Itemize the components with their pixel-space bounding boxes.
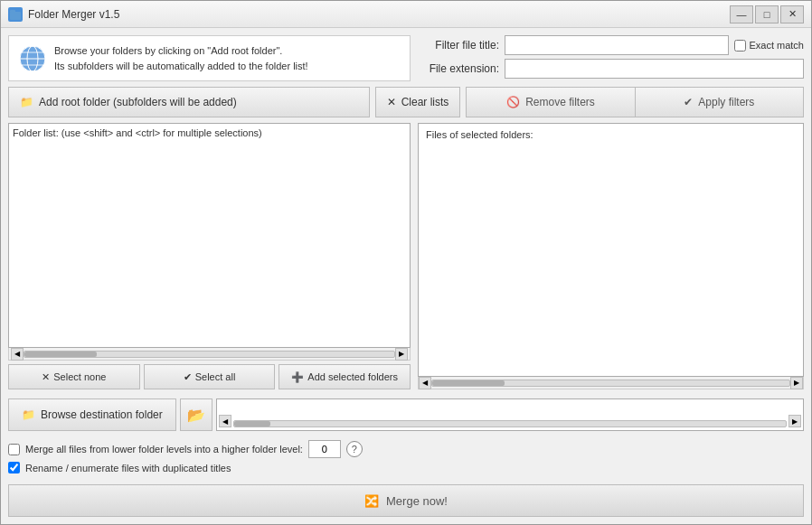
dest-scroll-left[interactable]: ◀: [219, 415, 231, 427]
add-root-button[interactable]: 📁 Add root folder (subfolders will be ad…: [8, 87, 370, 117]
close-button[interactable]: ✕: [780, 5, 804, 23]
add-selected-label: Add selected folders: [307, 371, 398, 382]
rename-option-label: Rename / enumerate files with duplicated…: [25, 463, 231, 473]
select-none-button[interactable]: ✕ Select none: [8, 364, 140, 389]
merge-option-line: Merge all files from lower folder levels…: [8, 440, 804, 458]
filter-btn-group: 🚫 Remove filters ✔ Apply filters: [466, 87, 804, 117]
title-bar-left: Folder Merger v1.5: [8, 7, 119, 22]
browse-dest-label: Browse destination folder: [41, 408, 163, 421]
browse-destination-button[interactable]: 📁 Browse destination folder: [8, 398, 176, 431]
folder-action-btns: ✕ Select none ✔ Select all ➕ Add selecte…: [8, 364, 411, 389]
filter-title-row: Filter file title: Exact match: [418, 35, 804, 55]
svg-rect-0: [10, 12, 21, 20]
info-box: Browse your folders by clicking on "Add …: [8, 35, 411, 81]
destination-row: 📁 Browse destination folder 📂 ◀ ▶: [8, 398, 804, 431]
add-root-label: Add root folder (subfolders will be adde…: [39, 96, 237, 108]
rename-checkbox[interactable]: [8, 462, 20, 473]
maximize-button[interactable]: □: [755, 5, 779, 23]
open-folder-icon: 📂: [187, 407, 205, 424]
help-icon[interactable]: ?: [346, 441, 363, 457]
files-scroll-track[interactable]: [431, 380, 790, 387]
select-none-label: Select none: [53, 371, 106, 382]
merge-level-input[interactable]: [308, 440, 341, 458]
remove-filters-icon: 🚫: [506, 96, 520, 108]
window-controls: — □ ✕: [730, 5, 804, 23]
merge-checkbox[interactable]: [8, 444, 20, 455]
scroll-right-arrow[interactable]: ▶: [395, 348, 408, 361]
open-folder-button[interactable]: 📂: [180, 398, 212, 431]
browse-dest-icon: 📁: [22, 408, 35, 421]
action-btn-row: 📁 Add root folder (subfolders will be ad…: [8, 87, 804, 117]
exact-match-checkbox[interactable]: [734, 40, 746, 52]
options-row: Merge all files from lower folder levels…: [8, 440, 804, 473]
merge-option-label: Merge all files from lower folder levels…: [25, 444, 303, 455]
filter-ext-row: File extension:: [418, 59, 804, 79]
top-row: Browse your folders by clicking on "Add …: [8, 35, 804, 81]
main-window: Folder Merger v1.5 — □ ✕ Brows: [0, 0, 812, 525]
info-text: Browse your folders by clicking on "Add …: [54, 43, 308, 73]
minimize-button[interactable]: —: [730, 5, 753, 23]
dest-scroll-right[interactable]: ▶: [788, 415, 801, 427]
merge-now-button[interactable]: 🔀 Merge now!: [8, 484, 804, 517]
files-list-label: Files of selected folders:: [422, 127, 799, 142]
svg-rect-1: [10, 10, 15, 13]
filter-title-label: Filter file title:: [418, 39, 499, 52]
select-all-check-icon: ✔: [184, 371, 192, 383]
folder-list-scrollbar: ◀ ▶: [8, 348, 411, 361]
scroll-left-arrow[interactable]: ◀: [11, 348, 24, 361]
title-bar: Folder Merger v1.5 — □ ✕: [1, 1, 811, 28]
select-none-x-icon: ✕: [42, 371, 50, 383]
apply-filters-icon: ✔: [684, 96, 693, 108]
content-area: Browse your folders by clicking on "Add …: [1, 28, 811, 524]
select-all-label: Select all: [195, 371, 236, 382]
dest-scroll-track[interactable]: [233, 420, 787, 427]
merge-now-label: Merge now!: [386, 494, 448, 508]
clear-lists-label: Clear lists: [401, 96, 449, 108]
rename-option-line: Rename / enumerate files with duplicated…: [8, 462, 804, 473]
apply-filters-label: Apply filters: [698, 96, 754, 108]
main-panels: Folder list: (use <shift> and <ctrl> for…: [8, 123, 804, 389]
exact-match-wrap: Exact match: [734, 40, 804, 52]
filter-ext-label: File extension:: [418, 62, 499, 75]
add-selected-button[interactable]: ➕ Add selected folders: [279, 364, 411, 389]
merge-btn-row: 🔀 Merge now!: [8, 484, 804, 517]
add-selected-icon: ➕: [291, 371, 304, 383]
info-line1: Browse your folders by clicking on "Add …: [54, 43, 308, 59]
cross-icon: ✕: [387, 96, 396, 108]
filter-panel: Filter file title: Exact match File exte…: [418, 35, 804, 81]
apply-filters-button[interactable]: ✔ Apply filters: [636, 87, 804, 117]
exact-match-label: Exact match: [749, 40, 804, 51]
folder-icon: 📁: [20, 96, 33, 108]
files-scroll-right[interactable]: ▶: [790, 377, 803, 389]
destination-path-box: ◀ ▶: [216, 398, 804, 431]
scroll-thumb-left: [24, 352, 97, 357]
app-title: Folder Merger v1.5: [28, 8, 119, 21]
dest-scroll-thumb: [234, 421, 270, 427]
files-list-box[interactable]: Files of selected folders:: [418, 123, 804, 377]
folder-list-box[interactable]: Folder list: (use <shift> and <ctrl> for…: [8, 123, 411, 348]
filter-title-input[interactable]: [505, 35, 729, 55]
files-scroll-left[interactable]: ◀: [419, 377, 431, 389]
clear-lists-button[interactable]: ✕ Clear lists: [375, 87, 461, 117]
select-all-button[interactable]: ✔ Select all: [144, 364, 276, 389]
globe-icon: [18, 44, 47, 73]
info-line2: Its subfolders will be automatically add…: [54, 59, 308, 74]
app-icon: [8, 7, 23, 22]
help-question-icon: ?: [352, 444, 357, 455]
filter-ext-input[interactable]: [505, 59, 804, 79]
remove-filters-button[interactable]: 🚫 Remove filters: [466, 87, 635, 117]
scroll-track-left[interactable]: [24, 351, 395, 358]
left-panel: Folder list: (use <shift> and <ctrl> for…: [8, 123, 411, 389]
right-panel: Files of selected folders: ◀ ▶: [418, 123, 804, 389]
files-scroll-thumb: [432, 380, 505, 386]
remove-filters-label: Remove filters: [525, 96, 595, 108]
merge-icon: 🔀: [364, 494, 379, 508]
folder-list-label: Folder list: (use <shift> and <ctrl> for…: [9, 124, 410, 142]
files-scrollbar: ◀ ▶: [418, 377, 804, 389]
